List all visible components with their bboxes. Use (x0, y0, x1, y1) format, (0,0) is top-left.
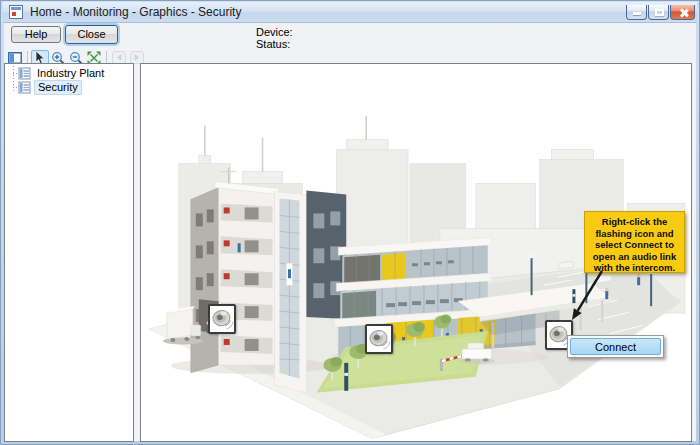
window-close-button[interactable] (670, 5, 695, 20)
callout-arrow (559, 262, 611, 326)
intercom-icon-center[interactable] (365, 324, 393, 354)
context-menu: Connect (567, 335, 664, 358)
client-area: Help Close Device: Status: (4, 23, 696, 441)
close-icon (679, 8, 688, 17)
loudspeaker-icon (367, 326, 391, 352)
intercom-icon-left[interactable] (208, 304, 236, 334)
app-icon (9, 5, 23, 19)
tree-item-security[interactable]: Security (18, 80, 82, 94)
tree-item-label: Security (34, 80, 82, 95)
help-button[interactable]: Help (11, 26, 61, 43)
device-label: Device: (256, 26, 293, 38)
minimize-icon (633, 12, 641, 15)
maximize-button[interactable] (648, 5, 669, 20)
loudspeaker-icon (210, 306, 234, 332)
tree-item-icon (18, 81, 31, 94)
status-label: Status: (256, 38, 293, 50)
tree-panel: Industry Plant Security (4, 63, 134, 442)
tree-connector (13, 66, 14, 92)
tree-item-label: Industry Plant (34, 67, 107, 80)
toggle-tree-panel-icon (8, 52, 22, 64)
app-window: Home - Monitoring - Graphics - Security … (0, 0, 700, 445)
menu-item-connect[interactable]: Connect (570, 338, 661, 355)
close-dialog-button[interactable]: Close (65, 25, 118, 44)
titlebar[interactable]: Home - Monitoring - Graphics - Security (3, 2, 697, 23)
device-status-panel: Device: Status: (256, 26, 293, 50)
window-title: Home - Monitoring - Graphics - Security (30, 5, 241, 19)
tree-item-icon (18, 67, 31, 80)
tree-item-industry-plant[interactable]: Industry Plant (18, 66, 107, 80)
minimize-button[interactable] (626, 5, 647, 20)
maximize-icon (655, 9, 664, 16)
graphics-canvas[interactable]: Right-click the flashing icon and select… (140, 63, 692, 442)
